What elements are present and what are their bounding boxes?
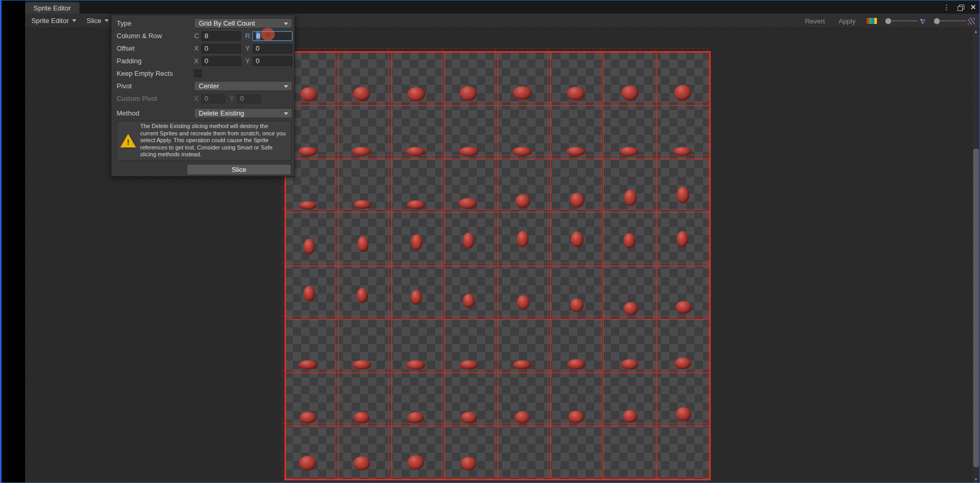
close-window-icon[interactable]: × bbox=[971, 3, 976, 12]
slice-grid-cell[interactable] bbox=[338, 426, 391, 479]
offset-y-value: 0 bbox=[256, 44, 259, 52]
sprite-ball bbox=[300, 87, 317, 101]
slice-button[interactable]: Slice bbox=[187, 164, 291, 175]
padding-x-field[interactable]: 0 bbox=[201, 56, 241, 66]
type-label: Type bbox=[117, 19, 194, 27]
custom-pivot-x-field: 0 bbox=[201, 94, 225, 104]
slider-handle[interactable] bbox=[933, 18, 940, 25]
slider-handle[interactable] bbox=[885, 18, 892, 25]
color-alpha-toggle-icon[interactable] bbox=[866, 17, 878, 25]
sprite-ball bbox=[515, 411, 530, 423]
tab-bar: Sprite Editor ⋮ × bbox=[25, 1, 980, 14]
sprite-ball bbox=[357, 288, 368, 303]
scrollbar-thumb[interactable] bbox=[973, 148, 979, 467]
restore-window-icon[interactable] bbox=[958, 5, 963, 10]
sprite-ball bbox=[352, 360, 371, 370]
r-prefix: R bbox=[245, 32, 253, 40]
sprite-ball bbox=[567, 359, 585, 370]
warning-box: ! The Delete Existing slicing method wil… bbox=[117, 121, 291, 160]
revert-button[interactable]: Revert bbox=[802, 17, 828, 25]
slice-grid-cell[interactable] bbox=[657, 426, 710, 479]
column-count-value: 8 bbox=[204, 32, 208, 40]
slice-grid-cell[interactable] bbox=[498, 266, 551, 319]
sprite-ball bbox=[463, 294, 475, 308]
slice-menu-dropdown[interactable]: Slice bbox=[83, 15, 113, 27]
padding-x-value: 0 bbox=[204, 57, 208, 65]
sprite-ball bbox=[299, 360, 317, 370]
slice-grid-cell[interactable] bbox=[551, 426, 603, 479]
method-dropdown[interactable]: Delete Existing bbox=[194, 108, 292, 118]
padding-y-field[interactable]: 0 bbox=[253, 56, 292, 66]
sprite-sheet[interactable] bbox=[284, 51, 711, 480]
sprite-ball bbox=[459, 198, 477, 209]
c-prefix: C bbox=[194, 32, 201, 40]
slider-track bbox=[939, 20, 966, 21]
sprite-ball bbox=[677, 231, 688, 247]
pivot-value: Center bbox=[199, 82, 219, 90]
slice-panel: Type Grid By Cell Count Column & Row C 8… bbox=[111, 15, 295, 177]
window-menu-icon[interactable]: ⋮ bbox=[943, 4, 950, 11]
scroll-up-icon[interactable]: ▲ bbox=[972, 28, 979, 36]
type-value: Grid By Cell Count bbox=[199, 19, 255, 27]
sprite-ball bbox=[517, 231, 529, 247]
keep-empty-rects-checkbox[interactable] bbox=[194, 70, 202, 77]
sprite-ball bbox=[621, 86, 639, 100]
slice-grid-cell[interactable] bbox=[286, 212, 338, 266]
sprite-ball bbox=[513, 360, 531, 370]
sprite-ball bbox=[407, 455, 424, 470]
apply-button[interactable]: Apply bbox=[835, 17, 859, 25]
y-prefix: Y bbox=[230, 95, 237, 102]
type-dropdown[interactable]: Grid By Cell Count bbox=[194, 18, 292, 28]
slice-grid-cell[interactable] bbox=[657, 159, 710, 212]
sprite-ball bbox=[303, 286, 315, 302]
padding-label: Padding bbox=[117, 57, 194, 65]
pivot-dropdown[interactable]: Center bbox=[194, 81, 292, 91]
slice-grid-cell[interactable] bbox=[603, 426, 656, 479]
vertical-scrollbar[interactable]: ▲ ▼ bbox=[972, 28, 979, 483]
slice-grid-cell[interactable] bbox=[392, 426, 445, 479]
slice-grid-cell[interactable] bbox=[286, 426, 338, 479]
chevron-down-icon bbox=[72, 19, 76, 22]
sprite-ball bbox=[623, 410, 637, 423]
slice-grid-cell[interactable] bbox=[445, 266, 497, 319]
offset-x-field[interactable]: 0 bbox=[201, 44, 241, 53]
scroll-down-icon[interactable]: ▼ bbox=[972, 476, 979, 483]
y-prefix: Y bbox=[245, 44, 253, 52]
method-value: Delete Existing bbox=[199, 109, 244, 117]
sprite-ball bbox=[354, 200, 371, 209]
sprite-ball bbox=[624, 190, 637, 206]
sprite-editor-window: Sprite Editor ⋮ × Sprite Editor Slice bbox=[25, 1, 980, 483]
slice-grid-cell bbox=[335, 209, 389, 263]
column-count-field[interactable]: 8 bbox=[201, 31, 241, 41]
pivot-label: Pivot bbox=[117, 82, 194, 90]
sprite-ball bbox=[512, 147, 532, 156]
offset-y-field[interactable]: 0 bbox=[253, 44, 292, 53]
sprite-editor-mode-dropdown[interactable]: Sprite Editor bbox=[27, 15, 81, 27]
sprite-ball bbox=[623, 302, 638, 315]
tab-sprite-editor[interactable]: Sprite Editor bbox=[25, 2, 79, 14]
zoom-icon bbox=[968, 18, 975, 25]
slice-grid-cell[interactable] bbox=[445, 426, 497, 479]
sprite-ball bbox=[674, 85, 691, 100]
sprite-ball bbox=[353, 87, 370, 101]
warning-text: The Delete Existing slicing method will … bbox=[140, 123, 287, 158]
window-controls: ⋮ × bbox=[943, 1, 976, 14]
sprite-ball bbox=[354, 412, 370, 423]
background-strip bbox=[2, 1, 25, 482]
sprite-ball bbox=[566, 147, 585, 156]
sprite-ball bbox=[676, 301, 692, 314]
sprite-ball bbox=[568, 411, 584, 423]
type-row: Type Grid By Cell Count bbox=[117, 18, 292, 28]
sprite-editor-mode-label: Sprite Editor bbox=[31, 17, 69, 25]
sprite-ball bbox=[300, 412, 316, 423]
row-count-field[interactable]: 8 bbox=[253, 31, 292, 41]
sprite-ball bbox=[513, 86, 532, 100]
slice-grid-cell bbox=[282, 209, 335, 263]
mipmap-slider[interactable] bbox=[885, 18, 926, 25]
slice-grid-cell[interactable] bbox=[498, 426, 551, 479]
slider-track bbox=[891, 20, 918, 21]
sprite-ball bbox=[411, 290, 422, 305]
zoom-slider[interactable] bbox=[933, 18, 975, 25]
row-count-value: 8 bbox=[256, 32, 260, 40]
x-prefix: X bbox=[194, 57, 201, 65]
